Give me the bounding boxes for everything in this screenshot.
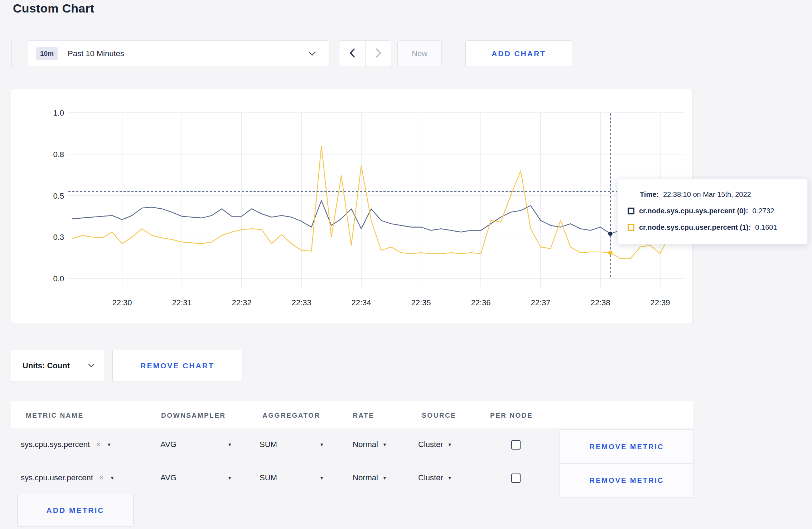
chevron-left-icon [348, 48, 356, 59]
col-header-metric-name: METRIC NAME [26, 412, 84, 419]
now-button[interactable]: Now [397, 40, 442, 67]
downsampler-select[interactable]: AVG ▼ [160, 473, 232, 482]
custom-chart-page: { "page": { "title": "Custom Chart" }, "… [0, 0, 812, 529]
series-line-0 [72, 200, 680, 234]
downsampler-value: AVG [160, 473, 177, 482]
downsampler-select[interactable]: AVG ▼ [160, 440, 232, 449]
x-tick-label: 22:38 [590, 298, 610, 307]
tooltip-time-label: Time: [640, 190, 659, 199]
remove-metric-button[interactable]: REMOVE METRIC [560, 429, 694, 464]
chart-tooltip: Time: 22:38:10 on Mar 15th, 2022 cr.node… [617, 179, 808, 244]
caret-down-icon: ▼ [382, 442, 387, 447]
rate-select[interactable]: Normal ▼ [353, 473, 387, 482]
source-value: Cluster [418, 440, 443, 449]
caret-down-icon: ▼ [319, 475, 324, 481]
caret-down-icon[interactable]: ▼ [110, 475, 115, 481]
caret-down-icon: ▼ [382, 475, 387, 481]
rate-select[interactable]: Normal ▼ [353, 440, 387, 449]
aggregator-value: SUM [260, 440, 277, 449]
x-tick-label: 22:36 [471, 298, 490, 307]
remove-chart-button[interactable]: REMOVE CHART [112, 350, 242, 382]
tooltip-time-row: Time: 22:38:10 on Mar 15th, 2022 [640, 190, 799, 199]
series-line-1 [72, 146, 680, 259]
caret-down-icon: ▼ [227, 442, 232, 447]
caret-down-icon: ▼ [448, 475, 452, 481]
caret-down-icon: ▼ [448, 442, 452, 447]
timeframe-badge: 10m [36, 47, 58, 60]
crosshair-dot-0 [608, 232, 613, 236]
tooltip-time-value: 22:38:10 on Mar 15th, 2022 [663, 190, 751, 199]
col-header-rate: RATE [353, 412, 374, 419]
aggregator-value: SUM [260, 473, 277, 482]
per-node-checkbox[interactable] [511, 440, 521, 450]
col-header-aggregator: AGGREGATOR [262, 412, 320, 419]
remove-metric-button[interactable]: REMOVE METRIC [560, 463, 694, 498]
x-tick-label: 22:31 [172, 298, 192, 307]
tooltip-series-label: cr.node.sys.cpu.user.percent (1): [639, 223, 751, 232]
x-tick-label: 22:33 [291, 298, 311, 307]
x-tick-label: 22:32 [232, 298, 251, 307]
caret-down-icon: ▼ [319, 442, 324, 447]
toolbar-divider [11, 40, 11, 68]
rate-value: Normal [353, 473, 378, 482]
x-tick-label: 22:39 [650, 298, 670, 307]
x-tick-label: 22:35 [411, 298, 431, 307]
caret-down-icon: ▼ [227, 475, 232, 481]
page-title: Custom Chart [13, 1, 94, 15]
add-chart-button[interactable]: ADD CHART [465, 40, 572, 67]
source-select[interactable]: Cluster ▼ [418, 473, 452, 482]
tooltip-series-value: 0.1601 [755, 223, 777, 232]
crosshair-dot-1 [608, 251, 613, 255]
rate-value: Normal [353, 440, 378, 449]
metric-name-select[interactable]: sys.cpu.sys.percent [21, 440, 90, 449]
aggregator-select[interactable]: SUM ▼ [260, 440, 324, 449]
add-metric-button[interactable]: ADD METRIC [17, 494, 134, 527]
aggregator-select[interactable]: SUM ▼ [260, 473, 324, 482]
units-dropdown[interactable]: Units: Count [11, 350, 105, 382]
chart-card: 0.00.30.50.81.022:3022:3122:3222:3322:34… [11, 89, 693, 324]
y-tick-label: 0.3 [53, 233, 64, 242]
y-tick-label: 0.5 [53, 191, 64, 200]
clear-metric-icon[interactable]: ✕ [99, 474, 104, 482]
y-tick-label: 0.0 [53, 274, 64, 283]
x-tick-label: 22:34 [351, 298, 371, 307]
timeframe-label: Past 10 Minutes [68, 49, 124, 58]
timeframe-dropdown[interactable]: 10m Past 10 Minutes [28, 40, 329, 67]
y-tick-label: 0.8 [53, 150, 64, 159]
table-row: sys.cpu.sys.percent ✕ ▼ [21, 440, 111, 449]
y-tick-label: 1.0 [53, 108, 64, 117]
downsampler-value: AVG [160, 440, 177, 449]
metrics-table-header [11, 401, 693, 428]
tooltip-series-value: 0.2732 [753, 207, 774, 215]
col-header-source: SOURCE [422, 412, 456, 419]
metric-name-select[interactable]: sys.cpu.user.percent [21, 473, 93, 482]
chevron-down-icon [88, 364, 95, 368]
units-label: Units: Count [23, 361, 70, 370]
timeframe-arrows [339, 40, 391, 67]
user-series-swatch-icon [628, 224, 634, 231]
timeseries-chart[interactable]: 0.00.30.50.81.022:3022:3122:3222:3322:34… [11, 89, 693, 324]
x-tick-label: 22:37 [531, 298, 550, 307]
clear-metric-icon[interactable]: ✕ [96, 441, 101, 448]
col-header-downsampler: DOWNSAMPLER [161, 412, 226, 419]
table-row: sys.cpu.user.percent ✕ ▼ [21, 473, 115, 482]
tooltip-series-row: cr.node.sys.cpu.sys.percent (0): 0.2732 [628, 207, 799, 215]
prev-timeframe-button[interactable] [339, 41, 365, 67]
tooltip-series-row: cr.node.sys.cpu.user.percent (1): 0.1601 [628, 223, 799, 232]
x-tick-label: 22:30 [112, 298, 132, 307]
tooltip-series-label: cr.node.sys.cpu.sys.percent (0): [639, 207, 748, 215]
source-select[interactable]: Cluster ▼ [418, 440, 452, 449]
col-header-per-node: PER NODE [490, 412, 533, 419]
sys-series-swatch-icon [628, 208, 634, 214]
caret-down-icon[interactable]: ▼ [107, 442, 111, 447]
source-value: Cluster [418, 473, 443, 482]
per-node-checkbox[interactable] [511, 474, 521, 483]
next-timeframe-button[interactable] [365, 41, 391, 67]
chevron-down-icon [308, 51, 316, 56]
chevron-right-icon [374, 48, 382, 59]
